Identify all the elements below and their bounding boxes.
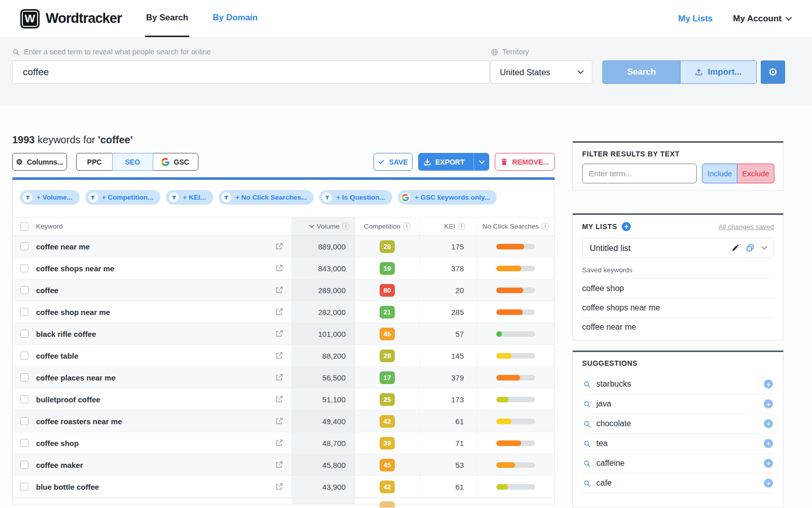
suggestion-label: starbucks — [596, 379, 631, 389]
info-icon[interactable]: i — [342, 223, 350, 230]
filter-chip[interactable]: + Competition... — [85, 190, 161, 205]
keyword-text[interactable]: coffee shops near me — [36, 264, 114, 273]
add-suggestion-button[interactable]: + — [764, 439, 773, 448]
info-icon[interactable]: i — [403, 223, 411, 230]
header-keyword[interactable]: Keyword — [36, 223, 267, 230]
suggestion-item[interactable]: tea+ — [582, 434, 774, 454]
open-serp-icon[interactable] — [267, 286, 291, 294]
filter-chip[interactable]: + No Click Searches... — [219, 190, 314, 205]
keyword-text[interactable]: bulletproof coffee — [36, 395, 100, 404]
keyword-text[interactable]: coffee near me — [36, 242, 90, 251]
globe-icon — [491, 48, 498, 56]
add-list-button[interactable]: + — [622, 222, 631, 231]
row-checkbox[interactable] — [20, 264, 28, 272]
saved-keyword-item[interactable]: coffee near me — [582, 318, 774, 337]
tab-by-search[interactable]: By Search — [145, 0, 189, 37]
open-serp-icon[interactable] — [267, 461, 291, 469]
add-suggestion-button[interactable]: + — [764, 479, 773, 488]
keyword-text[interactable]: black rifle coffee — [36, 330, 96, 338]
open-serp-icon[interactable] — [267, 417, 291, 425]
row-checkbox[interactable] — [20, 483, 28, 491]
suggestion-item[interactable]: chocolate+ — [582, 414, 774, 434]
my-account-menu[interactable]: My Account — [733, 14, 792, 24]
my-lists-link[interactable]: My Lists — [678, 14, 713, 24]
header-competition[interactable]: Competitioni — [355, 217, 419, 235]
row-checkbox[interactable] — [20, 242, 28, 250]
tab-gsc[interactable]: GSC — [152, 153, 198, 171]
suggestion-item[interactable]: caffeine+ — [582, 454, 774, 473]
current-list-box[interactable]: Untitled list — [582, 238, 774, 258]
tab-ppc[interactable]: PPC — [76, 153, 113, 171]
keyword-text[interactable]: coffee roasters near me — [36, 417, 122, 426]
row-checkbox[interactable] — [20, 461, 28, 469]
current-list-name: Untitled list — [590, 243, 631, 253]
import-button[interactable]: Import... — [680, 61, 756, 83]
keyword-text[interactable]: coffee — [36, 286, 58, 295]
row-checkbox[interactable] — [20, 373, 28, 382]
open-serp-icon[interactable] — [267, 330, 291, 338]
select-all-checkbox[interactable] — [20, 223, 28, 231]
suggestion-item[interactable]: cafe+ — [582, 473, 774, 493]
open-serp-icon[interactable] — [267, 352, 291, 360]
territory-select[interactable]: United States — [490, 60, 592, 84]
tab-seo[interactable]: SEO — [112, 153, 153, 171]
header-volume[interactable]: Volumei — [291, 217, 355, 235]
open-serp-icon[interactable] — [267, 308, 291, 316]
suggestion-item[interactable]: java+ — [582, 394, 774, 414]
export-button[interactable]: EXPORT — [418, 153, 489, 171]
search-button[interactable]: Search — [603, 61, 680, 83]
keyword-text[interactable]: coffee places near me — [36, 373, 116, 382]
info-icon[interactable]: i — [542, 223, 549, 230]
keyword-text[interactable]: blue bottle coffee — [36, 483, 99, 491]
saved-keyword-item[interactable]: coffee shops near me — [582, 298, 774, 318]
add-suggestion-button[interactable]: + — [764, 459, 773, 468]
open-serp-icon[interactable] — [267, 395, 291, 403]
row-checkbox[interactable] — [20, 308, 28, 316]
keyword-text[interactable]: coffee table — [36, 352, 78, 360]
row-checkbox[interactable] — [20, 352, 28, 360]
seed-input[interactable] — [12, 60, 490, 84]
open-serp-icon[interactable] — [267, 483, 291, 491]
tab-by-domain[interactable]: By Domain — [212, 0, 259, 37]
keyword-text[interactable]: coffee maker — [36, 461, 83, 469]
suggestion-item[interactable]: starbucks+ — [582, 374, 774, 394]
edit-pencil-icon[interactable] — [731, 244, 739, 252]
columns-button[interactable]: ⚙ Columns... — [12, 153, 67, 171]
open-serp-icon[interactable] — [267, 242, 291, 250]
header-kei[interactable]: KEIi — [419, 217, 477, 235]
exclude-button[interactable]: Exclude — [737, 164, 774, 183]
filter-term-input[interactable] — [582, 164, 697, 183]
save-button[interactable]: SAVE — [374, 153, 413, 171]
no-click-searches-bar — [496, 440, 535, 446]
all-changes-saved-link[interactable]: All changes saved — [718, 223, 774, 231]
row-checkbox[interactable] — [20, 439, 28, 447]
keyword-text[interactable]: coffee shop near me — [36, 308, 110, 316]
suggestion-label: chocolate — [596, 419, 631, 428]
chevron-down-icon[interactable] — [761, 246, 767, 250]
keyword-text[interactable]: coffee shop — [36, 439, 79, 448]
row-checkbox[interactable] — [20, 286, 28, 294]
export-dropdown-caret[interactable] — [473, 153, 489, 171]
open-serp-icon[interactable] — [267, 264, 291, 272]
filter-chip[interactable]: + KEI... — [166, 190, 213, 205]
header-no-click-searches[interactable]: No Click Searchesi — [477, 217, 554, 235]
info-icon[interactable]: i — [458, 223, 465, 230]
duplicate-list-icon[interactable] — [746, 244, 754, 252]
add-suggestion-button[interactable]: + — [764, 379, 773, 389]
add-suggestion-button[interactable]: + — [764, 419, 773, 428]
row-checkbox[interactable] — [20, 417, 28, 425]
brand[interactable]: W Wordtracker — [20, 0, 122, 37]
add-suggestion-button[interactable]: + — [764, 399, 773, 408]
filter-chip[interactable]: + Is Question... — [319, 190, 392, 205]
results-count: 1993 — [12, 134, 35, 145]
filter-chip[interactable]: + GSC keywords only... — [398, 190, 497, 205]
remove-button[interactable]: REMOVE... — [495, 153, 555, 171]
open-serp-icon[interactable] — [267, 373, 291, 382]
filter-chip[interactable]: + Volume... — [20, 190, 80, 205]
settings-button[interactable]: ⚙ — [761, 60, 785, 84]
include-button[interactable]: Include — [702, 164, 737, 183]
open-serp-icon[interactable] — [267, 439, 291, 447]
row-checkbox[interactable] — [20, 395, 28, 403]
saved-keyword-item[interactable]: coffee shop — [582, 279, 774, 298]
row-checkbox[interactable] — [20, 330, 28, 338]
